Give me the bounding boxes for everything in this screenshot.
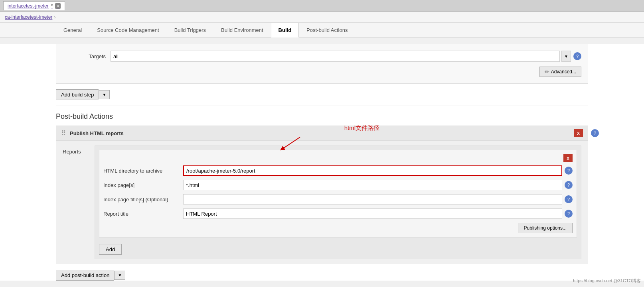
drag-handle-icon: ⠿: [61, 130, 66, 137]
main-content: Targets ▼ ? ✏ Advanced... Add build step…: [0, 44, 644, 281]
index-title-input[interactable]: [183, 194, 562, 204]
build-section-panel: Targets ▼ ? ✏ Advanced...: [56, 44, 588, 84]
add-postbuild-arrow-button[interactable]: ▼: [114, 271, 125, 280]
reports-content: html文件路径: [95, 145, 581, 259]
add-build-step-button[interactable]: Add build step: [56, 89, 99, 100]
publish-html-panel-title: ⠿ Publish HTML reports: [61, 130, 124, 137]
report-title-input[interactable]: [183, 208, 562, 219]
add-report-button[interactable]: Add: [99, 244, 122, 255]
targets-dropdown-button[interactable]: ▼: [561, 51, 571, 62]
targets-input[interactable]: [111, 51, 560, 62]
pencil-icon: ✏: [545, 69, 549, 75]
add-build-step-area: Add build step ▼: [56, 89, 588, 100]
jenkins-tab-bar: General Source Code Management Build Tri…: [0, 23, 644, 37]
tab-post-build-actions[interactable]: Post-build Actions: [299, 23, 355, 37]
post-build-actions-title: Post-build Actions: [56, 112, 588, 121]
tab-build-environment[interactable]: Build Environment: [213, 23, 271, 37]
report-entry: html文件路径: [99, 150, 577, 238]
report-entry-header: x: [103, 154, 573, 162]
html-dir-row: HTML directory to archive ?: [103, 165, 573, 176]
add-postbuild-area: Add post-build action ▼: [56, 270, 588, 281]
tab-close-button[interactable]: ×: [55, 3, 61, 9]
tab-asterisk: *: [51, 3, 53, 9]
publish-html-panel-header: ⠿ Publish HTML reports x: [56, 126, 588, 141]
index-pages-label: Index page[s]: [103, 182, 183, 188]
index-title-row: Index page title[s] (Optional) ?: [103, 194, 573, 204]
targets-row: Targets ▼ ?: [63, 51, 581, 62]
index-pages-input[interactable]: [183, 180, 562, 190]
report-title-help-icon[interactable]: ?: [565, 210, 573, 218]
add-postbuild-button[interactable]: Add post-build action: [56, 270, 114, 281]
index-title-help-icon[interactable]: ?: [565, 195, 573, 203]
tab-build[interactable]: Build: [271, 23, 299, 37]
index-pages-help-icon[interactable]: ?: [565, 181, 573, 189]
tab-title: interfacetest-jmeter: [8, 3, 49, 9]
publishing-options-button[interactable]: Publishing options...: [518, 223, 573, 233]
breadcrumb-separator: ›: [54, 14, 55, 20]
plugin-title-text: Publish HTML reports: [70, 130, 124, 136]
report-title-input-wrap: ?: [183, 208, 573, 219]
section-divider: [56, 106, 588, 106]
index-pages-input-wrap: ?: [183, 180, 573, 190]
add-build-step-arrow-button[interactable]: ▼: [99, 90, 110, 99]
targets-input-wrap: ▼: [111, 51, 571, 62]
index-title-input-wrap: ?: [183, 194, 573, 204]
add-postbuild-step-area: Add post-build action ▼: [56, 270, 588, 281]
advanced-button[interactable]: ✏ Advanced...: [539, 67, 581, 77]
reports-section: Reports html文件路径: [63, 145, 581, 259]
index-pages-row: Index page[s] ?: [103, 180, 573, 190]
tab-general[interactable]: General: [56, 23, 89, 37]
html-dir-input-wrap: ?: [183, 165, 573, 176]
tab-source-code[interactable]: Source Code Management: [89, 23, 166, 37]
plugin-help-icon[interactable]: ?: [591, 129, 599, 137]
watermark: https://blog.csdn.net @31CTO博客: [573, 278, 641, 284]
plugin-panel-body: Reports html文件路径: [56, 141, 588, 264]
plugin-delete-button[interactable]: x: [574, 129, 583, 137]
report-title-label: Report title: [103, 211, 183, 217]
tab-build-triggers[interactable]: Build Triggers: [167, 23, 213, 37]
publishing-options-area: Publishing options...: [103, 223, 573, 233]
html-dir-label: HTML directory to archive: [103, 168, 183, 174]
browser-tab[interactable]: interfacetest-jmeter * ×: [3, 1, 65, 10]
html-dir-help-icon[interactable]: ?: [565, 167, 573, 175]
report-delete-button[interactable]: x: [563, 154, 573, 162]
breadcrumb-item-1[interactable]: ca-interfacetest-jmeter: [5, 14, 52, 20]
advanced-area: ✏ Advanced...: [63, 67, 581, 77]
html-dir-input[interactable]: [183, 165, 562, 176]
index-title-label: Index page title[s] (Optional): [103, 197, 183, 202]
targets-label: Targets: [63, 53, 111, 59]
browser-tab-bar: interfacetest-jmeter * ×: [0, 0, 644, 12]
report-title-row: Report title ?: [103, 208, 573, 219]
reports-label: Reports: [63, 145, 95, 259]
breadcrumb: ca-interfacetest-jmeter ›: [0, 12, 644, 23]
publish-html-panel: ⠿ Publish HTML reports x ? Reports html文…: [56, 126, 588, 264]
advanced-button-label: Advanced...: [551, 69, 576, 75]
targets-help-icon[interactable]: ?: [573, 52, 581, 60]
